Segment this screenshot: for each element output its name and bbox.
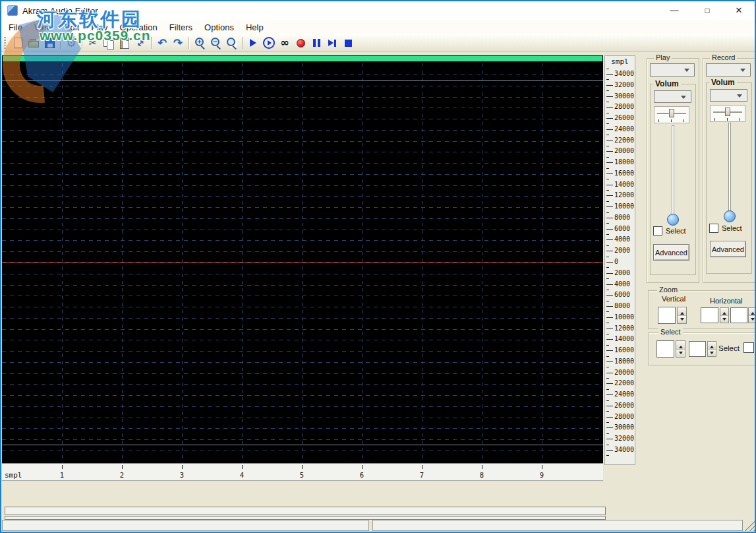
resize-icon[interactable]: ↔	[132, 36, 148, 50]
cut-icon[interactable]: ✂	[85, 36, 101, 50]
balance-thumb[interactable]	[669, 109, 674, 117]
ruler-tick	[422, 465, 422, 469]
spin-down-button[interactable]	[749, 316, 756, 323]
axis-minor-tick	[606, 168, 609, 169]
ruler-tick-label: 6	[357, 471, 366, 479]
record-select-checkbox[interactable]	[709, 224, 718, 233]
menu-item-file[interactable]: File	[3, 21, 28, 34]
record-balance-slider[interactable]	[710, 105, 745, 122]
open-file-icon[interactable]	[26, 36, 42, 50]
record-volume-select[interactable]	[710, 89, 747, 102]
maximize-button[interactable]: □	[696, 1, 718, 20]
pause-icon[interactable]	[308, 36, 324, 50]
play-select-checkbox[interactable]	[653, 226, 662, 235]
record-icon[interactable]	[293, 36, 308, 50]
spin-up-button[interactable]	[720, 308, 728, 316]
amplitude-axis: smpl 34000320003000028000260002400022000…	[604, 55, 635, 465]
save-file-icon[interactable]	[42, 36, 57, 50]
axis-tick-label: 30000	[614, 424, 634, 431]
play-volume-thumb[interactable]	[667, 214, 679, 226]
spin-down-button[interactable]	[720, 316, 728, 323]
new-file-icon[interactable]	[10, 36, 26, 50]
copy-icon[interactable]	[101, 36, 117, 50]
play-advanced-button[interactable]: Advanced	[653, 244, 689, 261]
toolbar-grip[interactable]	[4, 37, 6, 49]
zoom-vertical-input[interactable]	[658, 307, 676, 324]
axis-tick-label: 20000	[614, 148, 634, 154]
toolbar-separator	[60, 37, 61, 49]
waveform-display[interactable]	[2, 55, 603, 463]
axis-minor-tick	[606, 378, 609, 379]
axis-minor-tick	[606, 234, 609, 235]
grid-hline	[2, 130, 603, 131]
spin-down-button[interactable]	[676, 350, 685, 358]
undo-glyph: ↶	[158, 38, 167, 49]
record-volume-thumb[interactable]	[724, 210, 736, 222]
step-icon[interactable]	[324, 36, 340, 50]
select-group-caption: Select	[658, 328, 683, 336]
loop-icon[interactable]: ∞	[277, 36, 293, 50]
record-volume-track[interactable]	[728, 123, 731, 220]
axis-tick-label: 32000	[614, 82, 634, 88]
play-balance-slider[interactable]	[654, 106, 689, 123]
spin-up-button[interactable]	[749, 308, 756, 316]
grid-hline	[2, 318, 603, 319]
grid-hline	[2, 86, 603, 86]
resize-grip[interactable]	[743, 520, 755, 531]
menu-item-view[interactable]: View	[28, 21, 59, 34]
axis-minor-tick	[606, 400, 609, 401]
grid-hline	[2, 108, 603, 108]
spin-down-button[interactable]	[708, 350, 716, 357]
play-volume-select[interactable]	[654, 90, 691, 103]
axis-major-tick	[606, 107, 613, 108]
zoom-doc-icon[interactable]	[223, 36, 239, 50]
ruler-unit-label: smpl	[5, 471, 22, 480]
axis-major-tick	[606, 251, 613, 251]
menu-item-help[interactable]: Help	[240, 21, 270, 34]
new-file-glyph	[11, 37, 24, 49]
ruler-tick-label: 4	[237, 471, 247, 479]
axis-minor-tick	[606, 157, 609, 158]
spin-up-button[interactable]	[676, 341, 685, 350]
axis-major-tick	[606, 85, 613, 86]
menu-item-options[interactable]: Options	[198, 21, 240, 34]
balance-thumb[interactable]	[725, 108, 730, 116]
redo-icon[interactable]: ↷	[170, 36, 186, 50]
axis-major-tick	[606, 229, 613, 230]
play-device-select[interactable]	[650, 63, 695, 77]
zoom-horizontal-input-2[interactable]	[730, 307, 747, 323]
zoom-horizontal-input-1[interactable]	[701, 307, 718, 323]
menu-item-filters[interactable]: Filters	[163, 21, 198, 34]
play-icon[interactable]	[245, 36, 261, 50]
paste-icon[interactable]	[117, 36, 132, 50]
axis-minor-tick	[606, 345, 609, 346]
spin-up-button[interactable]	[708, 342, 716, 350]
zoom-out-icon[interactable]: −	[208, 36, 223, 50]
play-volume-track[interactable]	[672, 125, 674, 222]
menu-item-operation[interactable]: Operation	[114, 21, 163, 34]
grid-hline	[2, 97, 603, 98]
settings-gear-icon[interactable]: ⚙	[63, 36, 79, 50]
menu-item-edit[interactable]: Edit	[59, 21, 85, 34]
close-button[interactable]: ✕	[728, 1, 750, 20]
undo-icon[interactable]: ↶	[154, 36, 170, 50]
axis-tick-label: 4000	[614, 236, 630, 243]
menu-item-play[interactable]: Play	[85, 21, 113, 34]
spin-down-button[interactable]	[678, 316, 686, 324]
select-end-input[interactable]	[689, 341, 706, 357]
redo-glyph: ↷	[173, 38, 183, 49]
select-checkbox[interactable]	[743, 342, 754, 353]
select-start-input[interactable]	[656, 340, 674, 358]
minimize-button[interactable]: —	[663, 1, 685, 20]
record-device-select[interactable]	[706, 63, 751, 77]
axis-minor-tick	[606, 123, 609, 124]
play-loop-icon[interactable]	[261, 36, 277, 50]
axis-major-tick	[606, 96, 613, 97]
zoom-vertical-label: Vertical	[662, 295, 685, 303]
zoom-in-icon[interactable]: +	[192, 36, 208, 50]
spin-up-button[interactable]	[678, 307, 686, 316]
stop-icon[interactable]	[340, 36, 356, 50]
axis-major-tick	[606, 141, 613, 141]
record-advanced-button[interactable]: Advanced	[710, 241, 746, 257]
axis-tick-label: 34000	[614, 71, 634, 77]
